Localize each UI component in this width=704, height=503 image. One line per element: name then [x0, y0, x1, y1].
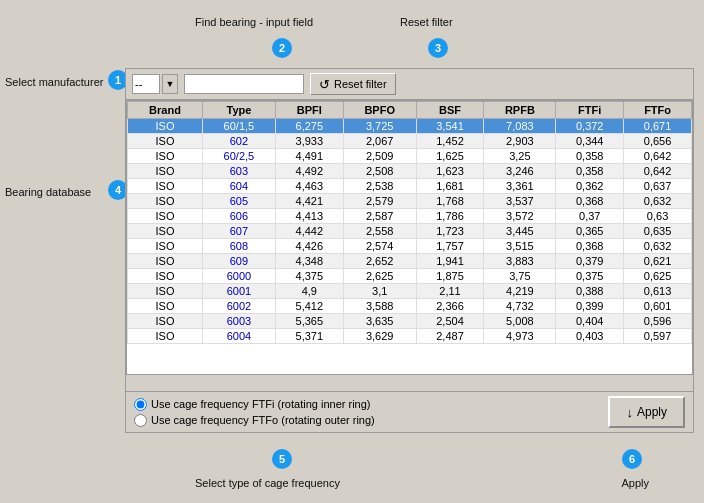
bearing-database-label: Bearing database — [5, 186, 91, 198]
cell-bsf: 1,757 — [416, 239, 484, 254]
cell-type: 605 — [202, 194, 275, 209]
cell-bsf: 1,681 — [416, 179, 484, 194]
radio-ftfo-label: Use cage frequency FTFo (rotating outer … — [151, 414, 375, 426]
cell-bpfi: 4,375 — [275, 269, 343, 284]
cell-rpfb: 5,008 — [484, 314, 556, 329]
manufacturer-select-value[interactable]: -- — [132, 74, 160, 94]
radio-ftfi[interactable]: Use cage frequency FTFi (rotating inner … — [134, 398, 375, 411]
bearing-table-container[interactable]: Brand Type BPFI BPFO BSF RPFB FTFi FTFo … — [126, 100, 693, 375]
cell-bpfo: 3,588 — [343, 299, 416, 314]
cell-ftfo: 0,635 — [624, 224, 692, 239]
reset-filter-label: Reset filter — [400, 16, 453, 28]
cell-bpfo: 2,509 — [343, 149, 416, 164]
bearing-table: Brand Type BPFI BPFO BSF RPFB FTFi FTFo … — [127, 101, 692, 344]
cell-ftfi: 0,368 — [556, 194, 624, 209]
cell-bpfo: 2,067 — [343, 134, 416, 149]
cell-bpfo: 2,652 — [343, 254, 416, 269]
cell-bpfo: 2,508 — [343, 164, 416, 179]
table-row[interactable]: ISO6023,9332,0671,4522,9030,3440,656 — [128, 134, 692, 149]
table-row[interactable]: ISO6054,4212,5791,7683,5370,3680,632 — [128, 194, 692, 209]
cell-brand: ISO — [128, 239, 203, 254]
cell-rpfb: 4,732 — [484, 299, 556, 314]
cell-rpfb: 3,246 — [484, 164, 556, 179]
manufacturer-dropdown-arrow[interactable]: ▼ — [162, 74, 178, 94]
table-row[interactable]: ISO60/2,54,4912,5091,6253,250,3580,642 — [128, 149, 692, 164]
table-row[interactable]: ISO6034,4922,5081,6233,2460,3580,642 — [128, 164, 692, 179]
cell-type: 609 — [202, 254, 275, 269]
col-ftfo: FTFo — [624, 102, 692, 119]
cage-frequency-group: Use cage frequency FTFi (rotating inner … — [134, 398, 375, 427]
cell-bsf: 1,723 — [416, 224, 484, 239]
radio-ftfo-input[interactable] — [134, 414, 147, 427]
table-row[interactable]: ISO60045,3713,6292,4874,9730,4030,597 — [128, 329, 692, 344]
cell-bsf: 3,541 — [416, 119, 484, 134]
cell-bpfi: 4,492 — [275, 164, 343, 179]
table-row[interactable]: ISO6084,4262,5741,7573,5150,3680,632 — [128, 239, 692, 254]
find-bearing-input[interactable] — [184, 74, 304, 94]
radio-ftfi-label: Use cage frequency FTFi (rotating inner … — [151, 398, 370, 410]
cell-bsf: 1,768 — [416, 194, 484, 209]
cell-bsf: 2,504 — [416, 314, 484, 329]
cell-ftfo: 0,63 — [624, 209, 692, 224]
cell-bpfo: 2,574 — [343, 239, 416, 254]
cell-rpfb: 3,515 — [484, 239, 556, 254]
annotation-6: 6 — [622, 449, 642, 469]
annotation-5: 5 — [272, 449, 292, 469]
cell-ftfi: 0,368 — [556, 239, 624, 254]
cell-bpfi: 3,933 — [275, 134, 343, 149]
col-bpfo: BPFO — [343, 102, 416, 119]
table-row[interactable]: ISO6074,4422,5581,7233,4450,3650,635 — [128, 224, 692, 239]
cell-ftfo: 0,637 — [624, 179, 692, 194]
manufacturer-select-group: -- ▼ — [132, 74, 178, 94]
col-ftfi: FTFi — [556, 102, 624, 119]
cell-brand: ISO — [128, 119, 203, 134]
reset-filter-button[interactable]: ↺ Reset filter — [310, 73, 396, 95]
table-row[interactable]: ISO60/1,56,2753,7253,5417,0830,3720,671 — [128, 119, 692, 134]
cell-type: 604 — [202, 179, 275, 194]
cell-bpfi: 4,421 — [275, 194, 343, 209]
cell-bsf: 1,875 — [416, 269, 484, 284]
cell-ftfi: 0,358 — [556, 149, 624, 164]
cell-ftfi: 0,344 — [556, 134, 624, 149]
radio-ftfi-input[interactable] — [134, 398, 147, 411]
cell-ftfo: 0,632 — [624, 194, 692, 209]
cell-bsf: 1,452 — [416, 134, 484, 149]
cell-brand: ISO — [128, 179, 203, 194]
cell-rpfb: 4,219 — [484, 284, 556, 299]
select-cage-label: Select type of cage frequency — [195, 477, 340, 489]
cell-type: 608 — [202, 239, 275, 254]
table-row[interactable]: ISO60014,93,12,114,2190,3880,613 — [128, 284, 692, 299]
table-row[interactable]: ISO60025,4123,5882,3664,7320,3990,601 — [128, 299, 692, 314]
cell-type: 606 — [202, 209, 275, 224]
table-row[interactable]: ISO6064,4132,5871,7863,5720,370,63 — [128, 209, 692, 224]
cell-bpfi: 5,365 — [275, 314, 343, 329]
cell-type: 6002 — [202, 299, 275, 314]
table-row[interactable]: ISO60035,3653,6352,5045,0080,4040,596 — [128, 314, 692, 329]
cell-brand: ISO — [128, 224, 203, 239]
cell-rpfb: 4,973 — [484, 329, 556, 344]
cell-bpfi: 5,371 — [275, 329, 343, 344]
cell-type: 6004 — [202, 329, 275, 344]
apply-down-arrow-icon: ↓ — [626, 405, 633, 420]
cell-bpfo: 2,538 — [343, 179, 416, 194]
cell-ftfi: 0,388 — [556, 284, 624, 299]
table-row[interactable]: ISO60004,3752,6251,8753,750,3750,625 — [128, 269, 692, 284]
cell-bsf: 1,623 — [416, 164, 484, 179]
cell-bsf: 2,11 — [416, 284, 484, 299]
cell-type: 60/2,5 — [202, 149, 275, 164]
reset-filter-button-label: Reset filter — [334, 78, 387, 90]
apply-button[interactable]: ↓ Apply — [608, 396, 685, 428]
select-manufacturer-label: Select manufacturer — [5, 76, 103, 88]
col-brand: Brand — [128, 102, 203, 119]
cell-rpfb: 3,25 — [484, 149, 556, 164]
cell-brand: ISO — [128, 284, 203, 299]
radio-ftfo[interactable]: Use cage frequency FTFo (rotating outer … — [134, 414, 375, 427]
table-row[interactable]: ISO6044,4632,5381,6813,3610,3620,637 — [128, 179, 692, 194]
col-bsf: BSF — [416, 102, 484, 119]
table-row[interactable]: ISO6094,3482,6521,9413,8830,3790,621 — [128, 254, 692, 269]
cell-bpfi: 4,426 — [275, 239, 343, 254]
cell-bpfi: 4,9 — [275, 284, 343, 299]
cell-ftfi: 0,379 — [556, 254, 624, 269]
cell-bpfo: 2,558 — [343, 224, 416, 239]
cell-brand: ISO — [128, 254, 203, 269]
